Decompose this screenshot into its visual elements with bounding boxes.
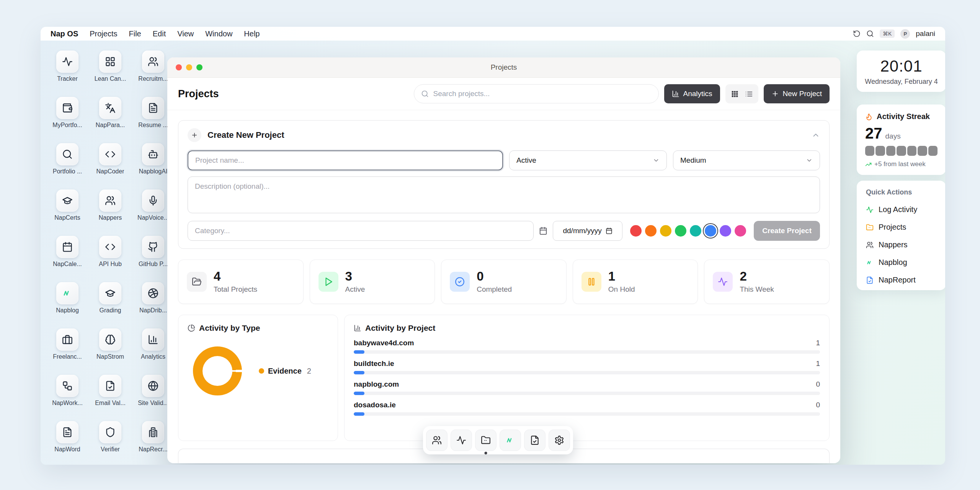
- desktop-icon-api-hub[interactable]: API Hub: [89, 236, 132, 282]
- create-panel-header[interactable]: Create New Project: [188, 128, 820, 142]
- app-tile[interactable]: [142, 97, 164, 119]
- dock-napblog[interactable]: [500, 430, 521, 451]
- search-bar[interactable]: [414, 84, 659, 103]
- color-dot-4[interactable]: [690, 225, 701, 237]
- app-tile[interactable]: [56, 51, 78, 73]
- menu-item-projects[interactable]: Projects: [90, 29, 117, 38]
- desktop-icon-nappara[interactable]: NapPara...: [89, 97, 132, 143]
- refresh-icon[interactable]: [853, 30, 861, 38]
- minimize-button[interactable]: [186, 64, 192, 70]
- desktop-icon-tracker[interactable]: Tracker: [46, 51, 89, 97]
- dock-reports[interactable]: [524, 430, 546, 451]
- color-dot-5[interactable]: [705, 225, 716, 237]
- dock: [423, 426, 573, 454]
- app-tile[interactable]: [142, 189, 164, 212]
- app-tile[interactable]: [142, 51, 164, 73]
- app-tile[interactable]: [56, 282, 78, 304]
- app-tile[interactable]: [99, 51, 121, 73]
- project-activity-row-napblog-com: napblog.com 0: [354, 380, 820, 395]
- project-name-input[interactable]: [188, 150, 503, 170]
- category-input[interactable]: [188, 221, 534, 241]
- collapse-chevron-icon[interactable]: [812, 131, 820, 139]
- quick-action-napblog[interactable]: Napblog: [866, 258, 937, 267]
- desktop-icon-freelanc[interactable]: Freelanc...: [46, 328, 89, 375]
- app-tile[interactable]: [142, 375, 164, 397]
- pie-chart-icon: [188, 324, 195, 332]
- desktop-icon-napcale[interactable]: NapCale...: [46, 236, 89, 282]
- app-tile[interactable]: [142, 236, 164, 258]
- app-tile[interactable]: [99, 282, 121, 304]
- list-view-button[interactable]: [745, 90, 753, 98]
- app-tile[interactable]: [99, 97, 121, 119]
- close-button[interactable]: [176, 64, 182, 70]
- flame-icon: [865, 113, 873, 121]
- dock-nappers[interactable]: [426, 430, 448, 451]
- desktop-icon-napblog[interactable]: Napblog: [46, 282, 89, 328]
- window-titlebar[interactable]: Projects: [167, 57, 840, 78]
- menu-item-view[interactable]: View: [177, 29, 194, 38]
- status-select[interactable]: Active: [509, 150, 667, 170]
- app-tile[interactable]: [142, 282, 164, 304]
- app-tile[interactable]: [142, 328, 164, 351]
- app-tile[interactable]: [56, 189, 78, 212]
- app-tile[interactable]: [56, 328, 78, 351]
- desktop-icon-lean-can[interactable]: Lean Can...: [89, 51, 132, 97]
- app-tile[interactable]: [99, 375, 121, 397]
- color-dot-6[interactable]: [720, 225, 731, 237]
- priority-select[interactable]: Medium: [673, 150, 820, 170]
- desktop-icon-napcerts[interactable]: NapCerts: [46, 189, 89, 236]
- project-name: babywave4d.com: [354, 339, 414, 347]
- color-dot-3[interactable]: [675, 225, 686, 237]
- menu-item-window[interactable]: Window: [205, 29, 232, 38]
- due-date-input[interactable]: dd/mm/yyyy: [553, 221, 622, 241]
- desktop-icon-verifier[interactable]: Verifier: [89, 421, 132, 465]
- search-input[interactable]: [433, 89, 652, 98]
- menu-item-help[interactable]: Help: [244, 29, 260, 38]
- app-tile[interactable]: [99, 328, 121, 351]
- desktop-icon-nappers[interactable]: Nappers: [89, 189, 132, 236]
- desktop-icon-portfolio[interactable]: Portfolio ...: [46, 143, 89, 189]
- color-dot-2[interactable]: [660, 225, 671, 237]
- search-icon[interactable]: [866, 30, 874, 38]
- maximize-button[interactable]: [196, 64, 203, 70]
- desktop-icon-grading[interactable]: Grading: [89, 282, 132, 328]
- app-tile[interactable]: [99, 143, 121, 165]
- app-tile[interactable]: [142, 143, 164, 165]
- app-tile[interactable]: [99, 189, 121, 212]
- quick-action-log-activity[interactable]: Log Activity: [866, 205, 937, 214]
- app-tile[interactable]: [142, 421, 164, 443]
- dock-projects[interactable]: [475, 430, 497, 451]
- quick-actions-widget: Quick Actions Log Activity Projects Napp…: [857, 181, 945, 290]
- color-dot-1[interactable]: [645, 225, 657, 237]
- analytics-button[interactable]: Analytics: [664, 84, 720, 103]
- app-tile[interactable]: [56, 421, 78, 443]
- new-project-button[interactable]: New Project: [764, 84, 830, 103]
- app-tile[interactable]: [99, 236, 121, 258]
- app-tile[interactable]: [56, 375, 78, 397]
- color-dot-7[interactable]: [735, 225, 746, 237]
- desktop-icon-napcoder[interactable]: NapCoder: [89, 143, 132, 189]
- search-icon: [421, 90, 429, 98]
- grid-view-button[interactable]: [731, 90, 739, 98]
- avatar[interactable]: P: [900, 29, 910, 39]
- desktop-icon-napwork[interactable]: NapWork...: [46, 375, 89, 421]
- color-dot-0[interactable]: [630, 225, 642, 237]
- dock-tracker[interactable]: [451, 430, 472, 451]
- app-tile[interactable]: [56, 97, 78, 119]
- quick-action-napreport[interactable]: NapReport: [866, 276, 937, 284]
- app-tile[interactable]: [99, 421, 121, 443]
- desktop-icon-napstrom[interactable]: NapStrom: [89, 328, 132, 375]
- create-project-button[interactable]: Create Project: [754, 221, 820, 241]
- app-tile[interactable]: [56, 143, 78, 165]
- desktop-icon-email-val[interactable]: Email Val...: [89, 375, 132, 421]
- description-textarea[interactable]: [188, 176, 820, 213]
- menu-item-edit[interactable]: Edit: [153, 29, 166, 38]
- desktop-icon-napword[interactable]: NapWord: [46, 421, 89, 465]
- dock-settings[interactable]: [549, 430, 570, 451]
- app-tile[interactable]: [56, 236, 78, 258]
- quick-action-nappers[interactable]: Nappers: [866, 240, 937, 249]
- desktop-icon-myportfo[interactable]: MyPortfo...: [46, 97, 89, 143]
- shortcut-badge[interactable]: ⌘K: [880, 29, 895, 38]
- quick-action-projects[interactable]: Projects: [866, 223, 937, 232]
- menu-item-file[interactable]: File: [129, 29, 141, 38]
